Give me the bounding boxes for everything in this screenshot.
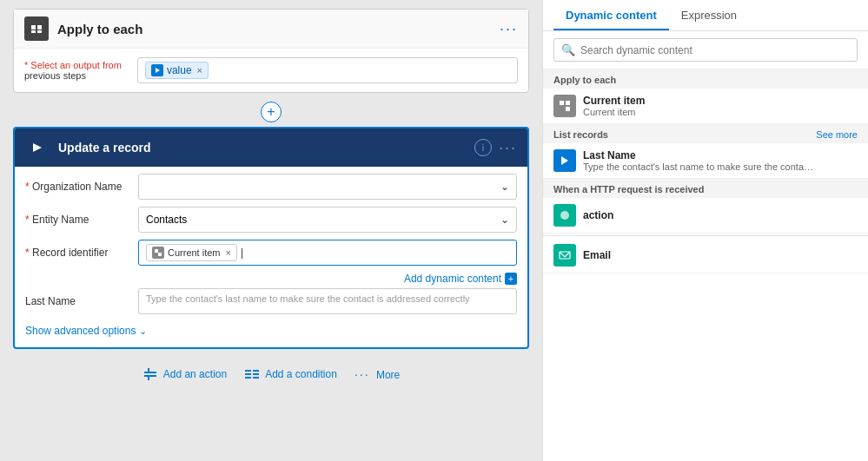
- select-output-label2: previous steps: [24, 70, 122, 81]
- svg-rect-14: [245, 377, 251, 379]
- apply-each-more-button[interactable]: ···: [500, 20, 518, 38]
- entity-name-value: Contacts: [146, 214, 187, 226]
- search-icon: 🔍: [561, 43, 575, 56]
- entity-name-label: * Entity Name: [25, 214, 138, 226]
- svg-rect-18: [560, 101, 564, 105]
- svg-marker-5: [33, 143, 42, 152]
- svg-rect-0: [31, 25, 36, 30]
- last-name-text-block: Last Name Type the contact's last name t…: [583, 149, 858, 172]
- list-item[interactable]: action: [543, 198, 868, 234]
- svg-point-22: [560, 211, 569, 220]
- dynamic-content-search-area: 🔍: [543, 31, 868, 69]
- add-action-label: Add an action: [163, 368, 227, 380]
- select-output-label: * Select an output from: [24, 60, 122, 70]
- entity-name-dropdown-arrow: ⌄: [500, 214, 509, 226]
- show-advanced-chevron-icon: ⌄: [139, 326, 147, 337]
- update-record-icon: [25, 135, 50, 160]
- apply-each-icon: [24, 16, 49, 41]
- info-icon[interactable]: i: [474, 139, 492, 156]
- section-list-records: List records See more: [543, 124, 868, 143]
- update-more-button[interactable]: ···: [499, 139, 517, 157]
- action-list-icon: [553, 204, 576, 227]
- value-tag-close[interactable]: ×: [197, 65, 202, 76]
- entity-name-input[interactable]: Contacts ⌄: [138, 207, 517, 233]
- current-item-text-block: Current item Current item: [583, 95, 858, 117]
- current-item-close[interactable]: ×: [226, 247, 231, 258]
- org-name-label: * Organization Name: [25, 181, 138, 193]
- svg-rect-9: [144, 375, 156, 377]
- last-name-list-icon: [553, 149, 576, 172]
- dynamic-content-tabs: Dynamic content Expression: [543, 0, 868, 31]
- value-tag-icon: [151, 64, 163, 76]
- more-label: More: [376, 369, 400, 381]
- current-item-icon: [152, 247, 164, 259]
- svg-rect-8: [144, 372, 156, 373]
- email-text-block: Email: [583, 249, 858, 261]
- svg-rect-3: [37, 30, 42, 33]
- svg-rect-7: [158, 253, 162, 256]
- add-condition-button[interactable]: Add a condition: [244, 366, 337, 382]
- last-name-input[interactable]: Type the contact's last name to make sur…: [138, 288, 517, 314]
- add-action-button[interactable]: Add an action: [142, 366, 227, 382]
- add-action-icon: [142, 366, 158, 382]
- tab-expression[interactable]: Expression: [669, 0, 749, 30]
- svg-rect-12: [245, 370, 251, 372]
- svg-rect-1: [37, 25, 42, 30]
- svg-marker-21: [561, 156, 568, 165]
- text-cursor: |: [241, 247, 243, 259]
- add-step-button[interactable]: +: [261, 102, 282, 122]
- update-record-title: Update a record: [58, 141, 474, 155]
- list-item[interactable]: Email: [543, 238, 868, 273]
- svg-rect-2: [31, 30, 36, 33]
- action-text-block: action: [583, 209, 858, 221]
- add-dynamic-label: Add dynamic content: [404, 273, 501, 285]
- add-dynamic-plus-icon: +: [505, 273, 517, 285]
- see-more-button[interactable]: See more: [816, 129, 858, 140]
- svg-rect-13: [245, 373, 251, 375]
- svg-rect-10: [148, 368, 149, 372]
- dynamic-content-list: Apply to each Current item Current item …: [543, 69, 868, 461]
- tab-dynamic-content[interactable]: Dynamic content: [553, 0, 669, 30]
- svg-rect-19: [566, 107, 570, 111]
- apply-each-title: Apply to each: [57, 22, 500, 36]
- org-name-dropdown-arrow: ⌄: [500, 181, 509, 193]
- list-item[interactable]: Last Name Type the contact's last name t…: [543, 143, 868, 179]
- value-tag: value ×: [145, 62, 209, 79]
- current-item-text: Current item: [168, 247, 221, 258]
- current-item-tag: Current item ×: [146, 244, 237, 261]
- section-http-request: When a HTTP request is received: [543, 179, 868, 198]
- svg-rect-16: [253, 373, 259, 375]
- svg-rect-15: [253, 370, 259, 372]
- last-name-label: Last Name: [25, 295, 138, 307]
- last-name-placeholder: Type the contact's last name to make sur…: [146, 293, 470, 304]
- org-name-input[interactable]: ⌄: [138, 174, 517, 200]
- show-advanced-label: Show advanced options: [25, 325, 136, 337]
- record-id-label: * Record identifier: [25, 247, 138, 259]
- add-condition-label: Add a condition: [265, 368, 337, 380]
- svg-rect-11: [148, 377, 149, 380]
- list-item[interactable]: Current item Current item: [543, 89, 868, 124]
- svg-rect-17: [253, 377, 259, 379]
- value-tag-text: value: [167, 64, 192, 76]
- record-id-input[interactable]: Current item × |: [138, 240, 517, 266]
- select-output-input[interactable]: value ×: [137, 57, 518, 83]
- add-dynamic-content-button[interactable]: Add dynamic content +: [404, 273, 517, 285]
- email-list-icon: [553, 244, 576, 267]
- svg-rect-20: [566, 101, 570, 105]
- svg-rect-6: [155, 249, 158, 253]
- svg-marker-4: [156, 68, 160, 73]
- show-advanced-button[interactable]: Show advanced options ⌄: [25, 321, 517, 340]
- add-condition-icon: [244, 366, 260, 382]
- section-apply-to-each: Apply to each: [543, 69, 868, 89]
- current-item-list-icon: [553, 95, 576, 117]
- more-button[interactable]: ··· More: [354, 367, 400, 381]
- search-input[interactable]: [580, 44, 850, 56]
